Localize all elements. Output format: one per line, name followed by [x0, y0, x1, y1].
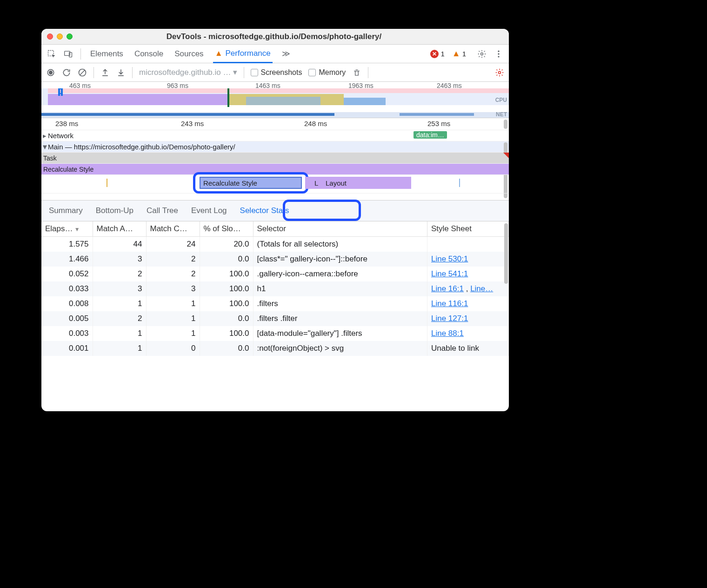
tab-bottom-up[interactable]: Bottom-Up	[96, 206, 133, 215]
flame-sliver	[459, 179, 460, 187]
tab-elements[interactable]: Elements	[88, 46, 125, 62]
stylesheet-link[interactable]: Line 116:1	[431, 299, 468, 308]
expand-arrow-icon[interactable]: ▸	[41, 132, 48, 140]
performance-toolbar: microsoftedge.github.io … ▾ Screenshots …	[41, 63, 509, 82]
cpu-label: CPU	[495, 97, 507, 103]
task-row[interactable]: Task	[41, 153, 509, 164]
main-track[interactable]: ▼ Main — https://microsoftedge.github.io…	[41, 141, 509, 153]
warning-count[interactable]: ▲ 1	[452, 49, 466, 59]
network-request-chip[interactable]: data:im…	[414, 131, 447, 139]
table-row[interactable]: 0.005210.0.filters .filterLine 127:1	[41, 311, 509, 326]
recalculate-style-selected[interactable]: Recalculate Style	[200, 177, 302, 189]
timeline-ruler[interactable]: 238 ms 243 ms 248 ms 253 ms	[41, 118, 509, 130]
layout-bar[interactable]: L Layout	[305, 177, 411, 189]
record-button[interactable]	[46, 68, 55, 77]
ruler-tick: 243 ms	[181, 120, 204, 127]
capture-settings-icon[interactable]	[495, 68, 504, 77]
window-controls	[47, 33, 73, 40]
recalculate-style-bar[interactable]: Recalculate Style	[41, 164, 509, 174]
main-track-label: Main — https://microsoftedge.github.io/D…	[48, 143, 235, 151]
network-track-label: Network	[48, 132, 73, 140]
tabs-overflow[interactable]: ≫	[280, 45, 292, 62]
tab-console[interactable]: Console	[133, 46, 165, 62]
col-pct-slow[interactable]: % of Slo…	[200, 221, 253, 237]
stylesheet-link[interactable]: Line 127:1	[431, 314, 468, 323]
table-row[interactable]: 1.466320.0[class*=" gallery-icon--"]::be…	[41, 252, 509, 267]
minimize-window-button[interactable]	[57, 33, 63, 40]
close-window-button[interactable]	[47, 33, 53, 40]
detail-timeline: 238 ms 243 ms 248 ms 253 ms ▸ Network da…	[41, 118, 509, 200]
clear-button[interactable]	[78, 68, 87, 77]
memory-label: Memory	[319, 68, 346, 77]
scrollbar-thumb[interactable]	[504, 120, 507, 129]
table-row[interactable]: 0.00311100.0[data-module="gallery"] .fil…	[41, 326, 509, 341]
ruler-tick: 248 ms	[304, 120, 327, 127]
tab-selector-stats[interactable]: Selector Stats	[240, 206, 289, 215]
col-selector[interactable]: Selector	[253, 221, 427, 237]
warning-icon: ▲	[215, 49, 223, 58]
screenshots-checkbox[interactable]: Screenshots	[251, 68, 302, 77]
collapse-arrow-icon[interactable]: ▼	[41, 143, 48, 151]
col-stylesheet[interactable]: Style Sheet	[427, 221, 509, 237]
maximize-window-button[interactable]	[67, 33, 73, 40]
tab-summary[interactable]: Summary	[49, 206, 83, 215]
checkbox-icon	[308, 69, 316, 76]
upload-icon[interactable]	[100, 68, 110, 77]
col-match-attempts[interactable]: Match A…	[93, 221, 146, 237]
screenshots-label: Screenshots	[261, 68, 302, 77]
stylesheet-link[interactable]: Line 541:1	[431, 269, 468, 278]
table-row[interactable]: 1.575442420.0(Totals for all selectors)	[41, 237, 509, 252]
kebab-menu-icon[interactable]	[494, 49, 503, 59]
svg-point-10	[499, 71, 501, 74]
table-row[interactable]: 0.00811100.0.filtersLine 116:1	[41, 296, 509, 311]
collect-garbage-icon[interactable]	[352, 68, 361, 77]
inspect-icon[interactable]	[47, 49, 56, 59]
chevron-down-icon: ▾	[233, 67, 237, 77]
flame-sliver	[107, 179, 107, 187]
table-row[interactable]: 0.03333100.0h1Line 16:1 , Line…	[41, 281, 509, 296]
table-row[interactable]: 0.05222100.0.gallery-icon--camera::befor…	[41, 267, 509, 281]
main-tabs: Elements Console Sources ▲ Performance ≫…	[41, 45, 509, 63]
scrollbar-thumb[interactable]	[504, 223, 508, 284]
svg-point-5	[498, 53, 499, 54]
stylesheet-link[interactable]: Line…	[470, 284, 493, 293]
error-count[interactable]: ✕ 1	[430, 50, 444, 58]
stylesheet-link[interactable]: Line 16:1	[431, 284, 464, 293]
svg-point-3	[481, 53, 483, 55]
tab-sources[interactable]: Sources	[173, 46, 205, 62]
device-toggle-icon[interactable]	[64, 49, 73, 59]
svg-point-6	[498, 56, 499, 57]
table-row[interactable]: 0.001100.0:not(foreignObject) > svgUnabl…	[41, 341, 509, 356]
settings-icon[interactable]	[477, 49, 487, 59]
network-track[interactable]: ▸ Network data:im…	[41, 130, 509, 141]
url-dropdown[interactable]: microsoftedge.github.io … ▾	[139, 67, 237, 77]
reload-button[interactable]	[62, 68, 71, 77]
ruler-tick: 253 ms	[427, 120, 450, 127]
memory-checkbox[interactable]: Memory	[308, 68, 346, 77]
warning-icon: ▲	[452, 49, 460, 59]
tab-performance[interactable]: ▲ Performance	[213, 45, 273, 63]
tab-call-tree[interactable]: Call Tree	[147, 206, 178, 215]
tab-performance-label: Performance	[225, 49, 270, 58]
download-icon[interactable]	[116, 68, 126, 77]
stylesheet-link[interactable]: Line 88:1	[431, 329, 464, 338]
task-bar[interactable]: Task	[41, 153, 509, 163]
recalculate-style-row[interactable]: Recalculate Style	[41, 164, 509, 175]
col-match-count[interactable]: Match C…	[146, 221, 200, 237]
long-task-indicator-icon	[503, 153, 509, 158]
svg-point-4	[498, 50, 499, 52]
svg-rect-2	[69, 52, 72, 57]
selector-stats-highlight	[283, 200, 361, 221]
col-elapsed[interactable]: Elaps…	[41, 221, 93, 237]
devtools-window: DevTools - microsoftedge.github.io/Demos…	[41, 29, 509, 411]
svg-point-8	[49, 71, 53, 74]
details-tabs: Summary Bottom-Up Call Tree Event Log Se…	[41, 200, 509, 221]
tab-event-log[interactable]: Event Log	[191, 206, 227, 215]
overview-timeline[interactable]: 463 ms 963 ms 1463 ms 1963 ms 2463 ms CP…	[41, 82, 509, 118]
flame-row[interactable]: Recalculate Style L Layout	[41, 175, 509, 194]
error-count-value: 1	[440, 50, 444, 58]
stylesheet-link[interactable]: Line 530:1	[431, 254, 468, 263]
error-icon: ✕	[430, 50, 439, 58]
ruler-tick: 238 ms	[55, 120, 78, 127]
warning-count-value: 1	[462, 50, 466, 58]
